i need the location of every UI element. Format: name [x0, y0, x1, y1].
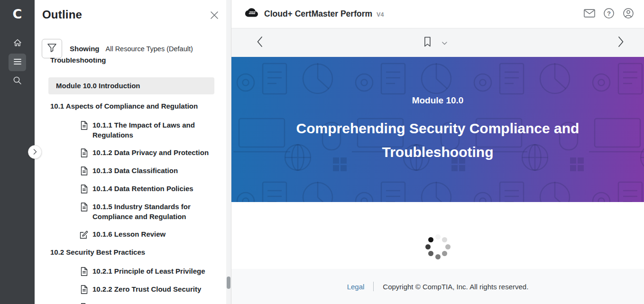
- comptia-logo: C: [0, 4, 35, 24]
- legal-link[interactable]: Legal: [347, 283, 365, 291]
- home-button[interactable]: [9, 35, 26, 52]
- account-icon: [623, 8, 634, 21]
- panel-title: Outline: [42, 8, 82, 21]
- app-window: C: [0, 0, 644, 304]
- product-title: Cloud+ CertMaster Perform: [264, 9, 372, 19]
- pencil-edit-icon: [80, 230, 88, 240]
- bookmark-menu-button[interactable]: [438, 28, 451, 57]
- document-icon: [80, 166, 88, 176]
- outline-item[interactable]: 10.1.1 The Impact of Laws and Regulation…: [50, 120, 226, 140]
- messages-button[interactable]: [583, 8, 596, 20]
- mail-icon: [583, 9, 596, 20]
- outline-item-label: 10.1.2 Data Privacy and Protection: [92, 147, 209, 157]
- document-icon: [80, 120, 88, 130]
- help-icon: ?: [603, 8, 615, 21]
- outline-item[interactable]: 10.2.2 Zero Trust Cloud Security: [50, 284, 226, 295]
- next-button[interactable]: [615, 28, 627, 57]
- help-button[interactable]: ?: [603, 8, 615, 20]
- bookmark-icon: [423, 36, 432, 49]
- document-icon: [80, 202, 88, 212]
- outline-item-label: 10.1.4 Data Retention Policies: [92, 184, 193, 193]
- previous-button[interactable]: [253, 28, 266, 57]
- loading-spinner: [424, 233, 451, 260]
- outline-item[interactable]: 10.1 Aspects of Compliance and Regulatio…: [50, 101, 226, 111]
- bookmark-button[interactable]: [420, 28, 434, 57]
- outline-item[interactable]: 10.2 Security Best Practices: [50, 247, 226, 257]
- outline-item[interactable]: Module 10.0 Introduction: [48, 77, 214, 94]
- document-icon: [80, 184, 88, 194]
- outline-item-label: 10.1.1 The Impact of Laws and Regulation…: [92, 120, 211, 140]
- outline-item-label: 10.2.1 Principle of Least Privilege: [92, 266, 205, 276]
- outline-item[interactable]: 10.2.1 Principle of Least Privilege: [50, 266, 226, 276]
- chevron-down-icon: [442, 38, 447, 47]
- outline-list: TroubleshootingModule 10.0 Introduction1…: [35, 58, 226, 304]
- filter-value: All Resource Types (Default): [106, 45, 193, 53]
- footer: Legal Copyright © CompTIA, Inc. All righ…: [231, 269, 644, 304]
- outline-item[interactable]: 10.1.6 Lesson Review: [50, 229, 226, 240]
- home-icon: [13, 38, 22, 49]
- content-area: [231, 202, 644, 269]
- chevron-right-icon: [33, 148, 37, 157]
- showing-label: Showing: [70, 45, 100, 53]
- search-button[interactable]: [9, 73, 26, 90]
- document-icon: [80, 285, 88, 295]
- module-title: Comprehending Security Compliance and Tr…: [272, 117, 604, 164]
- outline-item[interactable]: 10.1.4 Data Retention Policies: [50, 184, 226, 194]
- chevron-left-icon: [257, 36, 263, 49]
- search-icon: [13, 76, 22, 87]
- outline-item[interactable]: 10.1.2 Data Privacy and Protection: [50, 147, 226, 158]
- product-version: V4: [377, 11, 384, 18]
- outline-item[interactable]: 10.1.3 Data Classification: [50, 166, 226, 176]
- cloud-product-icon: [245, 8, 258, 21]
- outline-item-label: 10.1.5 Industry Standards for Compliance…: [92, 202, 211, 221]
- outline-item-label: 10.2.3 Benchmark Practices: [92, 302, 186, 304]
- close-panel-button[interactable]: [209, 11, 220, 21]
- outline-item[interactable]: 10.2.3 Benchmark Practices: [50, 302, 226, 304]
- module-number-label: Module 10.0: [412, 95, 464, 106]
- lesson-nav-bar: [231, 28, 644, 57]
- panel-expand-button[interactable]: [28, 145, 42, 159]
- filter-button[interactable]: [42, 39, 62, 58]
- document-icon: [80, 148, 88, 158]
- menu-icon: [13, 58, 22, 67]
- close-icon: [210, 11, 219, 21]
- main-area: Cloud+ CertMaster Perform V4 ?: [231, 0, 644, 304]
- outline-item-label: 10.1.3 Data Classification: [92, 166, 178, 175]
- filter-row: Showing All Resource Types (Default): [42, 39, 193, 58]
- svg-text:?: ?: [607, 9, 611, 17]
- outline-item-label: 10.1.6 Lesson Review: [92, 229, 166, 239]
- module-banner: Module 10.0 Comprehending Security Compl…: [231, 57, 644, 202]
- outline-item-label: 10.2.2 Zero Trust Cloud Security: [92, 284, 201, 294]
- chevron-right-icon: [618, 36, 624, 49]
- scrollbar-thumb[interactable]: [227, 276, 230, 289]
- account-button[interactable]: [622, 8, 635, 20]
- filter-funnel-icon: [47, 43, 57, 55]
- outline-scrollbar[interactable]: [226, 0, 231, 304]
- app-header: Cloud+ CertMaster Perform V4 ?: [231, 0, 644, 28]
- outline-panel: Outline Showing All Resource Types (Defa…: [35, 0, 231, 304]
- copyright-text: Copyright © CompTIA, Inc. All rights res…: [383, 283, 528, 291]
- footer-divider: [373, 282, 374, 291]
- document-icon: [80, 267, 88, 276]
- outline-menu-button[interactable]: [9, 54, 26, 71]
- outline-item[interactable]: 10.1.5 Industry Standards for Compliance…: [50, 202, 226, 221]
- outline-item[interactable]: Troubleshooting: [50, 58, 226, 65]
